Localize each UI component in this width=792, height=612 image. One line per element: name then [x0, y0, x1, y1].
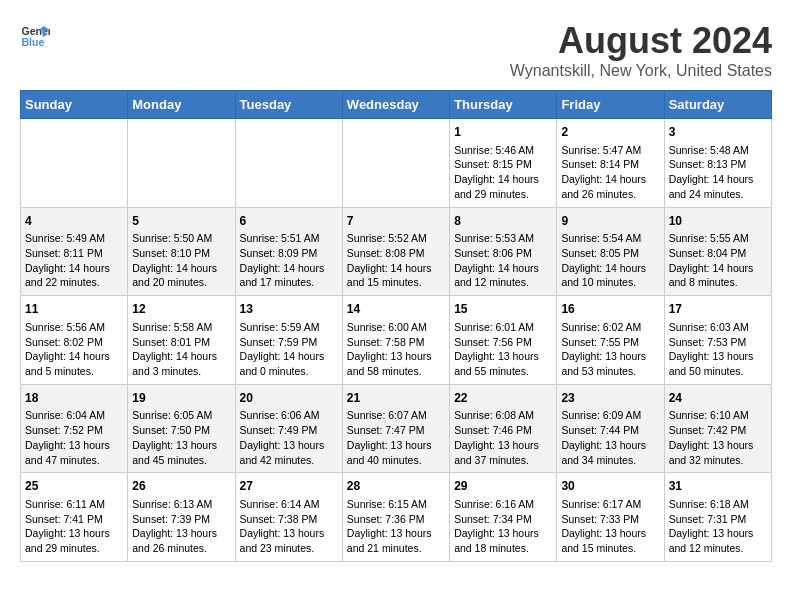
- day-number: 19: [132, 390, 230, 407]
- day-info: Sunrise: 6:02 AM Sunset: 7:55 PM Dayligh…: [561, 320, 659, 379]
- calendar-cell: 13Sunrise: 5:59 AM Sunset: 7:59 PM Dayli…: [235, 296, 342, 385]
- col-header-saturday: Saturday: [664, 91, 771, 119]
- week-row-1: 1Sunrise: 5:46 AM Sunset: 8:15 PM Daylig…: [21, 119, 772, 208]
- calendar-cell: 27Sunrise: 6:14 AM Sunset: 7:38 PM Dayli…: [235, 473, 342, 562]
- day-number: 25: [25, 478, 123, 495]
- logo-icon: General Blue: [20, 20, 50, 50]
- week-row-2: 4Sunrise: 5:49 AM Sunset: 8:11 PM Daylig…: [21, 207, 772, 296]
- calendar-cell: 17Sunrise: 6:03 AM Sunset: 7:53 PM Dayli…: [664, 296, 771, 385]
- col-header-tuesday: Tuesday: [235, 91, 342, 119]
- day-info: Sunrise: 6:13 AM Sunset: 7:39 PM Dayligh…: [132, 497, 230, 556]
- day-info: Sunrise: 6:09 AM Sunset: 7:44 PM Dayligh…: [561, 408, 659, 467]
- day-info: Sunrise: 6:10 AM Sunset: 7:42 PM Dayligh…: [669, 408, 767, 467]
- calendar-table: SundayMondayTuesdayWednesdayThursdayFrid…: [20, 90, 772, 562]
- calendar-cell: 26Sunrise: 6:13 AM Sunset: 7:39 PM Dayli…: [128, 473, 235, 562]
- day-info: Sunrise: 6:06 AM Sunset: 7:49 PM Dayligh…: [240, 408, 338, 467]
- col-header-thursday: Thursday: [450, 91, 557, 119]
- day-info: Sunrise: 5:46 AM Sunset: 8:15 PM Dayligh…: [454, 143, 552, 202]
- day-info: Sunrise: 6:08 AM Sunset: 7:46 PM Dayligh…: [454, 408, 552, 467]
- day-info: Sunrise: 5:49 AM Sunset: 8:11 PM Dayligh…: [25, 231, 123, 290]
- col-header-monday: Monday: [128, 91, 235, 119]
- day-info: Sunrise: 6:15 AM Sunset: 7:36 PM Dayligh…: [347, 497, 445, 556]
- day-number: 22: [454, 390, 552, 407]
- svg-text:Blue: Blue: [22, 36, 45, 48]
- day-number: 3: [669, 124, 767, 141]
- calendar-cell: [21, 119, 128, 208]
- day-info: Sunrise: 6:04 AM Sunset: 7:52 PM Dayligh…: [25, 408, 123, 467]
- calendar-cell: 7Sunrise: 5:52 AM Sunset: 8:08 PM Daylig…: [342, 207, 449, 296]
- logo: General Blue: [20, 20, 50, 50]
- calendar-cell: 25Sunrise: 6:11 AM Sunset: 7:41 PM Dayli…: [21, 473, 128, 562]
- day-number: 5: [132, 213, 230, 230]
- day-number: 23: [561, 390, 659, 407]
- day-info: Sunrise: 5:55 AM Sunset: 8:04 PM Dayligh…: [669, 231, 767, 290]
- col-header-wednesday: Wednesday: [342, 91, 449, 119]
- calendar-cell: 22Sunrise: 6:08 AM Sunset: 7:46 PM Dayli…: [450, 384, 557, 473]
- day-number: 30: [561, 478, 659, 495]
- calendar-cell: [342, 119, 449, 208]
- week-row-3: 11Sunrise: 5:56 AM Sunset: 8:02 PM Dayli…: [21, 296, 772, 385]
- day-number: 10: [669, 213, 767, 230]
- day-number: 27: [240, 478, 338, 495]
- col-header-sunday: Sunday: [21, 91, 128, 119]
- main-title: August 2024: [510, 20, 772, 62]
- calendar-cell: 8Sunrise: 5:53 AM Sunset: 8:06 PM Daylig…: [450, 207, 557, 296]
- day-number: 26: [132, 478, 230, 495]
- calendar-cell: [235, 119, 342, 208]
- day-number: 12: [132, 301, 230, 318]
- calendar-cell: 3Sunrise: 5:48 AM Sunset: 8:13 PM Daylig…: [664, 119, 771, 208]
- calendar-cell: 28Sunrise: 6:15 AM Sunset: 7:36 PM Dayli…: [342, 473, 449, 562]
- calendar-cell: 24Sunrise: 6:10 AM Sunset: 7:42 PM Dayli…: [664, 384, 771, 473]
- calendar-cell: 4Sunrise: 5:49 AM Sunset: 8:11 PM Daylig…: [21, 207, 128, 296]
- header-row: SundayMondayTuesdayWednesdayThursdayFrid…: [21, 91, 772, 119]
- col-header-friday: Friday: [557, 91, 664, 119]
- week-row-5: 25Sunrise: 6:11 AM Sunset: 7:41 PM Dayli…: [21, 473, 772, 562]
- day-info: Sunrise: 5:56 AM Sunset: 8:02 PM Dayligh…: [25, 320, 123, 379]
- week-row-4: 18Sunrise: 6:04 AM Sunset: 7:52 PM Dayli…: [21, 384, 772, 473]
- day-number: 24: [669, 390, 767, 407]
- calendar-cell: 12Sunrise: 5:58 AM Sunset: 8:01 PM Dayli…: [128, 296, 235, 385]
- day-info: Sunrise: 5:58 AM Sunset: 8:01 PM Dayligh…: [132, 320, 230, 379]
- day-number: 8: [454, 213, 552, 230]
- day-info: Sunrise: 5:59 AM Sunset: 7:59 PM Dayligh…: [240, 320, 338, 379]
- calendar-cell: 10Sunrise: 5:55 AM Sunset: 8:04 PM Dayli…: [664, 207, 771, 296]
- day-info: Sunrise: 6:11 AM Sunset: 7:41 PM Dayligh…: [25, 497, 123, 556]
- day-info: Sunrise: 6:16 AM Sunset: 7:34 PM Dayligh…: [454, 497, 552, 556]
- calendar-cell: 9Sunrise: 5:54 AM Sunset: 8:05 PM Daylig…: [557, 207, 664, 296]
- day-number: 11: [25, 301, 123, 318]
- day-number: 9: [561, 213, 659, 230]
- calendar-cell: 21Sunrise: 6:07 AM Sunset: 7:47 PM Dayli…: [342, 384, 449, 473]
- calendar-cell: 18Sunrise: 6:04 AM Sunset: 7:52 PM Dayli…: [21, 384, 128, 473]
- calendar-cell: 15Sunrise: 6:01 AM Sunset: 7:56 PM Dayli…: [450, 296, 557, 385]
- day-number: 28: [347, 478, 445, 495]
- day-info: Sunrise: 5:54 AM Sunset: 8:05 PM Dayligh…: [561, 231, 659, 290]
- calendar-cell: 16Sunrise: 6:02 AM Sunset: 7:55 PM Dayli…: [557, 296, 664, 385]
- calendar-cell: 6Sunrise: 5:51 AM Sunset: 8:09 PM Daylig…: [235, 207, 342, 296]
- calendar-cell: 23Sunrise: 6:09 AM Sunset: 7:44 PM Dayli…: [557, 384, 664, 473]
- day-info: Sunrise: 6:07 AM Sunset: 7:47 PM Dayligh…: [347, 408, 445, 467]
- day-info: Sunrise: 5:50 AM Sunset: 8:10 PM Dayligh…: [132, 231, 230, 290]
- calendar-cell: 5Sunrise: 5:50 AM Sunset: 8:10 PM Daylig…: [128, 207, 235, 296]
- day-number: 20: [240, 390, 338, 407]
- calendar-cell: 14Sunrise: 6:00 AM Sunset: 7:58 PM Dayli…: [342, 296, 449, 385]
- day-number: 6: [240, 213, 338, 230]
- day-number: 21: [347, 390, 445, 407]
- day-number: 1: [454, 124, 552, 141]
- calendar-cell: 19Sunrise: 6:05 AM Sunset: 7:50 PM Dayli…: [128, 384, 235, 473]
- day-number: 4: [25, 213, 123, 230]
- day-number: 14: [347, 301, 445, 318]
- page-header: General Blue August 2024 Wynantskill, Ne…: [20, 20, 772, 80]
- day-info: Sunrise: 6:17 AM Sunset: 7:33 PM Dayligh…: [561, 497, 659, 556]
- day-info: Sunrise: 5:47 AM Sunset: 8:14 PM Dayligh…: [561, 143, 659, 202]
- day-number: 15: [454, 301, 552, 318]
- calendar-cell: 11Sunrise: 5:56 AM Sunset: 8:02 PM Dayli…: [21, 296, 128, 385]
- day-info: Sunrise: 5:53 AM Sunset: 8:06 PM Dayligh…: [454, 231, 552, 290]
- day-number: 16: [561, 301, 659, 318]
- day-info: Sunrise: 6:01 AM Sunset: 7:56 PM Dayligh…: [454, 320, 552, 379]
- day-number: 29: [454, 478, 552, 495]
- day-info: Sunrise: 6:03 AM Sunset: 7:53 PM Dayligh…: [669, 320, 767, 379]
- subtitle: Wynantskill, New York, United States: [510, 62, 772, 80]
- day-info: Sunrise: 5:48 AM Sunset: 8:13 PM Dayligh…: [669, 143, 767, 202]
- calendar-cell: 2Sunrise: 5:47 AM Sunset: 8:14 PM Daylig…: [557, 119, 664, 208]
- day-number: 7: [347, 213, 445, 230]
